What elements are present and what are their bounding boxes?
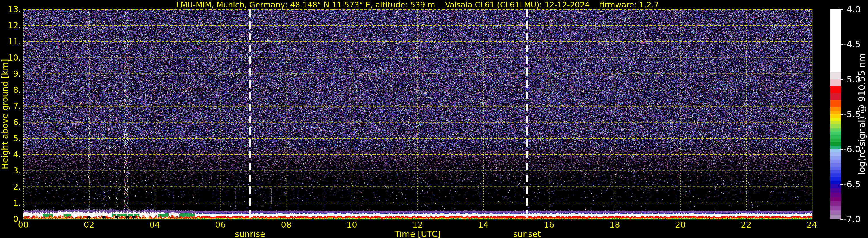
- colorbar-tick-label: -4.0: [843, 4, 861, 14]
- colorbar-tick-label: -6.5: [843, 179, 861, 189]
- x-tick-label: 06: [215, 220, 226, 230]
- y-tick-label: 1.: [0, 199, 21, 207]
- x-tick-label: 20: [675, 220, 686, 230]
- y-tick-label: 8.: [0, 86, 21, 94]
- colorbar-tick-label: -7.0: [843, 214, 861, 224]
- colorbar-tick-label: -4.5: [843, 39, 861, 49]
- sunset-label: sunset: [513, 229, 541, 238]
- sunset-line: [526, 9, 528, 219]
- x-tick-label: 08: [281, 220, 292, 230]
- colorbar-tick-mark: [840, 184, 843, 185]
- sunrise-label: sunrise: [235, 229, 265, 238]
- x-tick-label: 12: [412, 220, 423, 230]
- y-tick-label: 3.: [0, 166, 21, 175]
- x-tick-label: 02: [84, 220, 94, 230]
- x-tick-label: 16: [544, 220, 555, 230]
- colorbar: [830, 9, 841, 219]
- y-tick-label: 7.: [0, 102, 21, 110]
- y-tick-label: 6.: [0, 118, 21, 126]
- colorbar-tick-mark: [840, 79, 843, 80]
- x-tick-label: 00: [18, 220, 29, 230]
- plot-title: LMU-MIM, Munich, Germany; 48.148° N 11.5…: [23, 0, 812, 9]
- colorbar-tick-mark: [840, 219, 843, 219]
- colorbar-tick-mark: [840, 149, 843, 150]
- sunrise-line: [249, 9, 251, 219]
- y-tick-label: 13.: [0, 5, 21, 13]
- ceilometer-quicklook-figure: LMU-MIM, Munich, Germany; 48.148° N 11.5…: [0, 0, 868, 238]
- x-tick-label: 14: [478, 220, 489, 230]
- y-tick-label: 12.: [0, 21, 21, 30]
- x-tick-label: 24: [807, 220, 817, 230]
- x-axis-label: Time [UTC]: [395, 229, 441, 238]
- y-tick-label: 9.: [0, 69, 21, 78]
- x-tick-label: 04: [149, 220, 160, 230]
- x-tick-label: 18: [610, 220, 620, 230]
- x-tick-label: 22: [741, 220, 751, 230]
- colorbar-title: log(rc-signal) @ 910.55 nm: [857, 53, 867, 175]
- x-tick-label: 10: [347, 220, 357, 230]
- y-tick-label: 10.: [0, 53, 21, 62]
- colorbar-tick-mark: [840, 9, 843, 10]
- y-tick-label: 4.: [0, 150, 21, 159]
- heatmap-canvas: [0, 0, 868, 238]
- y-tick-label: 2.: [0, 182, 21, 191]
- y-tick-label: 11.: [0, 37, 21, 46]
- colorbar-tick-mark: [840, 114, 843, 115]
- y-tick-label: 5.: [0, 134, 21, 143]
- colorbar-tick-mark: [840, 44, 843, 44]
